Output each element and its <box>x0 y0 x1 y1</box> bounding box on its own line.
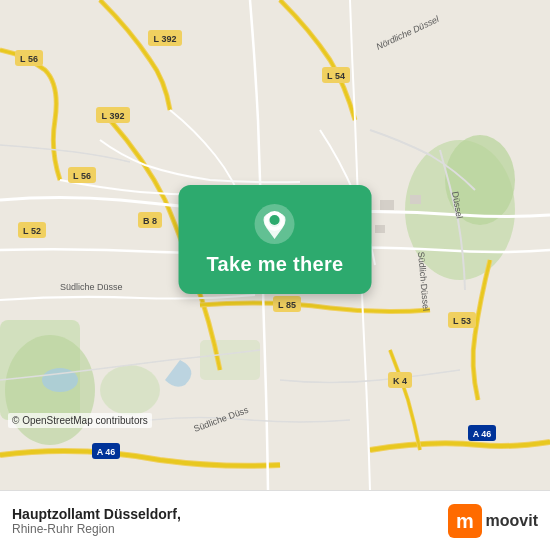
moovit-icon: m <box>448 504 482 538</box>
svg-point-5 <box>100 365 160 415</box>
svg-text:A 46: A 46 <box>97 447 116 457</box>
svg-point-52 <box>270 215 280 225</box>
location-region: Rhine-Ruhr Region <box>12 522 181 536</box>
svg-text:L 392: L 392 <box>154 34 177 44</box>
osm-attribution: © OpenStreetMap contributors <box>8 413 152 428</box>
bottom-info-bar: Hauptzollamt Düsseldorf, Rhine-Ruhr Regi… <box>0 490 550 550</box>
location-pin-icon <box>254 203 296 245</box>
svg-text:L 54: L 54 <box>327 71 345 81</box>
take-me-there-button[interactable]: Take me there <box>179 185 372 294</box>
moovit-logo: m moovit <box>448 504 538 538</box>
svg-text:B 8: B 8 <box>143 216 157 226</box>
svg-rect-40 <box>380 200 394 210</box>
svg-text:L 56: L 56 <box>20 54 38 64</box>
svg-point-4 <box>5 335 95 445</box>
svg-text:L 53: L 53 <box>453 316 471 326</box>
map-area: L 56 L 392 L 392 L 56 L 52 B 8 L 54 L 85… <box>0 0 550 490</box>
svg-text:L 56: L 56 <box>73 171 91 181</box>
moovit-brand-text: moovit <box>486 512 538 530</box>
location-name: Hauptzollamt Düsseldorf, <box>12 506 181 522</box>
svg-text:L 392: L 392 <box>102 111 125 121</box>
svg-rect-41 <box>410 195 421 204</box>
svg-text:L 52: L 52 <box>23 226 41 236</box>
location-info: Hauptzollamt Düsseldorf, Rhine-Ruhr Regi… <box>12 506 181 536</box>
svg-rect-6 <box>200 340 260 380</box>
svg-text:A 46: A 46 <box>473 429 492 439</box>
svg-rect-45 <box>375 225 385 233</box>
svg-text:L 85: L 85 <box>278 300 296 310</box>
svg-text:Südliche Düsse: Südliche Düsse <box>60 282 123 292</box>
svg-text:K 4: K 4 <box>393 376 407 386</box>
svg-text:m: m <box>456 510 474 532</box>
cta-label: Take me there <box>207 253 344 276</box>
